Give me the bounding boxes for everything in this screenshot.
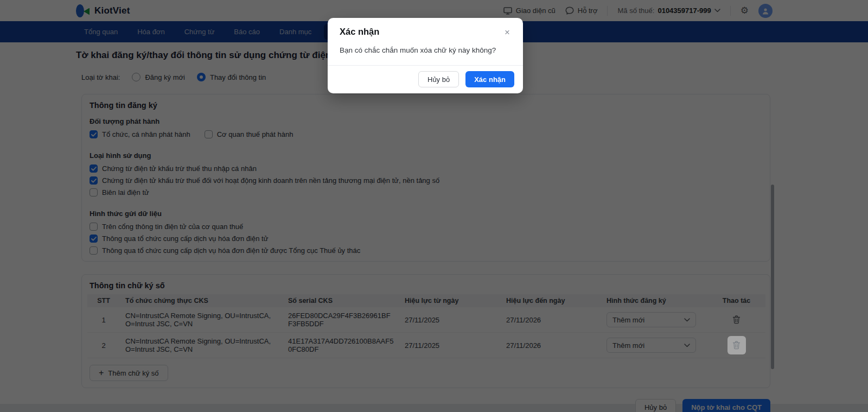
dialog-message: Bạn có chắc chắn muốn xóa chữ ký này khô…: [328, 38, 523, 65]
close-icon[interactable]: ×: [503, 27, 511, 38]
confirmation-dialog: Xác nhận × Bạn có chắc chắn muốn xóa chữ…: [328, 18, 523, 93]
dialog-cancel-button[interactable]: Hủy bỏ: [418, 71, 459, 87]
dialog-confirm-button[interactable]: Xác nhận: [465, 71, 514, 87]
delete-signature-button-active[interactable]: [727, 336, 746, 354]
trash-icon: [732, 341, 741, 350]
dialog-title: Xác nhận: [340, 27, 379, 37]
